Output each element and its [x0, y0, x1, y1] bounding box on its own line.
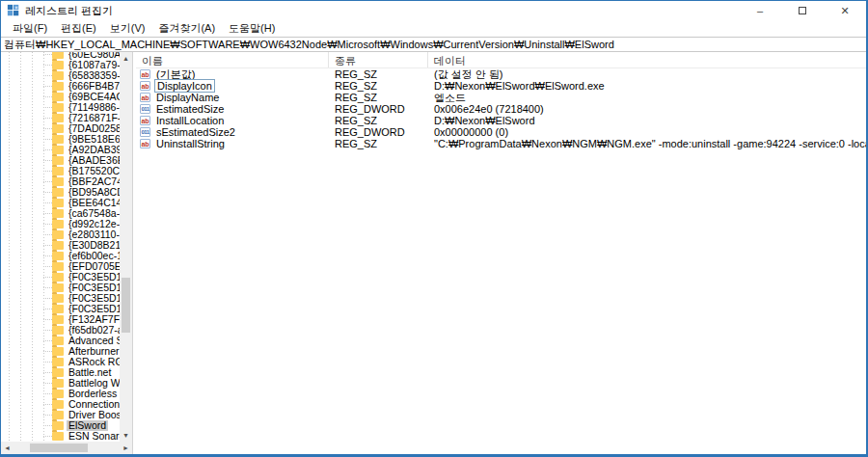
vertical-scroll-thumb[interactable] [122, 278, 130, 333]
tree-connector [43, 54, 52, 55]
folder-icon [52, 305, 64, 313]
scroll-up-icon[interactable]: ▲ [120, 52, 132, 65]
tree-connector [43, 118, 52, 119]
value-name-cell: abInstallLocation [136, 115, 329, 126]
tree-connector [43, 224, 52, 225]
minimize-button[interactable]: – [739, 1, 781, 20]
tree-connector [43, 287, 52, 288]
tree-connector [43, 362, 52, 363]
horizontal-scroll-thumb[interactable] [30, 444, 88, 452]
reg-sz-icon: ab [140, 81, 150, 91]
registry-value-row[interactable]: 011EstimatedSizeREG_DWORD0x006e24e0 (721… [136, 103, 866, 115]
value-type: REG_SZ [329, 80, 428, 92]
tree-horizontal-scrollbar[interactable]: ◄ ► [1, 442, 132, 454]
value-data: (값 설정 안 됨) [428, 68, 866, 80]
registry-value-row[interactable]: abDisplayIconREG_SZD:₩Nexon₩ElSword₩ElSw… [136, 80, 866, 92]
tree-connector [43, 415, 52, 416]
tree-connector [43, 319, 52, 320]
registry-value-row[interactable]: abDisplayNameREG_SZ엘소드 [136, 92, 866, 103]
tree-connector [43, 436, 52, 437]
tree-connector [43, 213, 52, 214]
tree-connector [43, 171, 52, 172]
reg-sz-icon: ab [140, 69, 150, 79]
column-header-type[interactable]: 종류 [329, 52, 428, 67]
tree-connector [43, 160, 52, 161]
scroll-down-icon[interactable]: ▼ [120, 429, 132, 442]
address-input[interactable] [1, 38, 866, 51]
value-name: DisplayIcon [154, 79, 215, 93]
folder-icon [52, 400, 64, 409]
tree-connector [43, 107, 52, 108]
maximize-button[interactable] [781, 1, 824, 20]
tree-item[interactable]: ESN Sonar-0.70.4 [1, 431, 120, 442]
folder-icon [52, 347, 64, 356]
folder-icon [52, 326, 64, 335]
folder-icon [52, 294, 64, 303]
value-type: REG_SZ [329, 92, 428, 103]
tree-connector [43, 128, 52, 129]
tree-connector [43, 75, 52, 76]
value-name: UninstallString [154, 138, 227, 149]
registry-tree-pane: {60EC980A-BDA2-{61087a79-ac85-4{65838359… [1, 52, 133, 454]
tree-connector [43, 234, 52, 235]
folder-icon [52, 188, 64, 197]
value-name-cell: 011sEstimatedSize2 [136, 126, 329, 138]
folder-icon [52, 167, 64, 175]
menu-item-4[interactable]: 도움말(H) [222, 20, 282, 37]
folder-icon [52, 199, 64, 207]
value-data: D:₩Nexon₩ElSword₩ElSword.exe [428, 80, 866, 92]
folder-icon [52, 71, 64, 80]
folder-icon [52, 146, 64, 154]
tree-connector [43, 255, 52, 256]
tree-connector [43, 139, 52, 140]
scroll-right-icon[interactable]: ► [120, 442, 132, 454]
reg-dword-icon: 011 [140, 104, 150, 114]
values-list: ab(기본값)REG_SZ(값 설정 안 됨)abDisplayIconREG_… [136, 68, 866, 149]
value-name-cell: 011EstimatedSize [136, 103, 329, 115]
tree-connector [43, 65, 52, 66]
menu-item-3[interactable]: 즐겨찾기(A) [151, 20, 222, 37]
tree-connector [43, 245, 52, 246]
tree-connector [43, 330, 52, 331]
tree-connector [43, 425, 52, 426]
folder-icon [52, 411, 64, 419]
folder-icon [52, 336, 64, 345]
value-type: REG_SZ [329, 68, 428, 80]
folder-icon [52, 315, 64, 324]
value-name: DisplayName [154, 92, 221, 103]
menu-item-2[interactable]: 보기(V) [103, 20, 152, 37]
tree-connector [43, 383, 52, 384]
folder-icon [52, 93, 64, 101]
tree-connector [43, 351, 52, 352]
registry-value-row[interactable]: abUninstallStringREG_SZ"C:₩ProgramData₩N… [136, 138, 866, 149]
column-header-data[interactable]: 데이터 [428, 52, 866, 67]
reg-dword-icon: 011 [140, 127, 150, 137]
window-title: 레지스트리 편집기 [25, 4, 113, 18]
folder-icon [52, 177, 64, 186]
folder-icon [52, 61, 64, 69]
tree-connector [43, 309, 52, 309]
folder-icon [52, 220, 64, 228]
column-header-name[interactable]: 이름 [136, 52, 329, 67]
regedit-icon [7, 4, 20, 17]
tree-connector [43, 181, 52, 182]
address-bar [1, 37, 866, 52]
registry-value-row[interactable]: 011sEstimatedSize2REG_DWORD0x00000000 (0… [136, 126, 866, 138]
menu-item-1[interactable]: 편집(E) [54, 20, 103, 37]
menu-item-0[interactable]: 파일(F) [6, 20, 54, 37]
scroll-left-icon[interactable]: ◄ [1, 442, 14, 454]
tree-vertical-scrollbar[interactable]: ▲ ▼ [120, 52, 132, 442]
reg-sz-icon: ab [140, 139, 150, 148]
value-type: REG_DWORD [329, 126, 428, 138]
value-data: "C:₩ProgramData₩Nexon₩NGM₩NGM.exe" -mode… [428, 138, 866, 149]
close-button[interactable]: ✕ [824, 1, 866, 20]
value-data: D:₩Nexon₩ElSword [428, 115, 866, 126]
folder-icon [52, 124, 64, 133]
registry-value-row[interactable]: abInstallLocationREG_SZD:₩Nexon₩ElSword [136, 115, 866, 126]
tree-item-label: ESN Sonar-0.70.4 [67, 431, 120, 442]
tree-connector [43, 372, 52, 373]
tree-connector [43, 298, 52, 299]
tree-connector [43, 393, 52, 394]
regedit-window: 레지스트리 편집기 – ✕ 파일(F)편집(E)보기(V)즐겨찾기(A)도움말(… [0, 0, 868, 457]
folder-icon [52, 114, 64, 122]
